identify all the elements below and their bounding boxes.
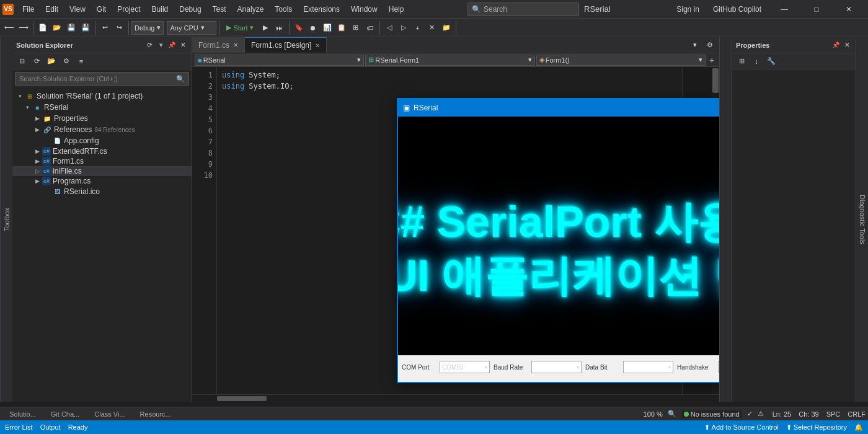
tree-item-extendedrtf[interactable]: ▶ c# ExtendedRTF.cs bbox=[12, 146, 192, 156]
menu-edit[interactable]: Edit bbox=[40, 2, 63, 16]
toolbar-btn5[interactable]: ⊞ bbox=[349, 21, 363, 35]
tree-item-appconfig[interactable]: 📄 App.config bbox=[12, 135, 192, 146]
github-copilot-button[interactable]: GitHub Copilot bbox=[708, 2, 766, 16]
tab-settings-button[interactable]: ⚙ bbox=[703, 38, 717, 52]
tree-item-program[interactable]: ▶ c# Program.cs bbox=[12, 176, 192, 186]
tree-project[interactable]: ▾ ■ RSerial bbox=[12, 102, 192, 113]
properties-header: Properties 📌 ✕ bbox=[732, 37, 856, 53]
nav-plus-button[interactable]: + bbox=[707, 55, 717, 65]
forward-button[interactable]: ⟶ bbox=[17, 21, 30, 35]
tab-close-icon[interactable]: ✕ bbox=[315, 42, 320, 49]
expand-icon: ▶ bbox=[32, 178, 42, 184]
notification-icon[interactable]: 🔔 bbox=[854, 423, 863, 432]
nav-dropdown-namespace[interactable]: ■ RSerial ▾ bbox=[195, 55, 364, 66]
nav-label: RSerial bbox=[203, 56, 226, 64]
horizontal-scrollbar[interactable] bbox=[192, 394, 719, 402]
prop-sort-btn[interactable]: ↕ bbox=[750, 55, 763, 68]
solution-icon: ⊞ bbox=[25, 91, 35, 101]
menu-view[interactable]: View bbox=[64, 2, 91, 16]
global-search-box[interactable]: 🔍 Search bbox=[467, 2, 579, 16]
tree-item-references[interactable]: ▶ 🔗 References 84 References bbox=[12, 124, 192, 135]
redo-button[interactable]: ↪ bbox=[112, 21, 126, 35]
se-search-box[interactable]: Search Solution Explorer (Ctrl+;) 🔍 bbox=[15, 72, 189, 86]
open-file-button[interactable]: 📂 bbox=[50, 21, 64, 35]
undo-button[interactable]: ↩ bbox=[98, 21, 112, 35]
menu-git[interactable]: Git bbox=[92, 2, 111, 16]
se-toolbar: ⊟ ⟳ 📂 ⚙ ≡ bbox=[12, 53, 192, 69]
save-all-button[interactable]: 💾 bbox=[79, 21, 92, 35]
tree-item-properties[interactable]: ▶ 📁 Properties bbox=[12, 113, 192, 124]
toolbar-btn2[interactable]: ⏺ bbox=[306, 21, 320, 35]
tab-close-icon[interactable]: ✕ bbox=[233, 42, 238, 48]
save-button[interactable]: 💾 bbox=[64, 21, 78, 35]
tree-solution[interactable]: ▾ ⊞ Solution 'RSerial' (1 of 1 project) bbox=[12, 91, 192, 102]
tree-item-inifile[interactable]: ▷ c# iniFile.cs bbox=[12, 166, 192, 176]
tree-item-form1[interactable]: ▶ c# Form1.cs bbox=[12, 156, 192, 166]
prop-search-btn[interactable]: 🔧 bbox=[764, 55, 778, 68]
se-refresh-btn[interactable]: ⟳ bbox=[30, 55, 43, 68]
start-button[interactable]: ▶ Start ▾ bbox=[222, 21, 257, 35]
tab-right-controls: ▾ ⚙ bbox=[686, 37, 719, 53]
menu-debug[interactable]: Debug bbox=[174, 2, 206, 16]
sign-in-button[interactable]: Sign in bbox=[671, 2, 704, 16]
bottom-tab-classview[interactable]: Class Vi... bbox=[87, 409, 131, 420]
bm-clear[interactable]: ✕ bbox=[425, 21, 439, 35]
menu-build[interactable]: Build bbox=[147, 2, 174, 16]
se-props-btn[interactable]: ⚙ bbox=[60, 55, 73, 68]
toolbar-start-group: ▶ Start ▾ ▶ ⏭ bbox=[222, 21, 289, 35]
se-filter-btn[interactable]: ▾ bbox=[156, 40, 166, 50]
bm-next[interactable]: ▷ bbox=[397, 21, 410, 35]
new-file-button[interactable]: 📄 bbox=[36, 21, 50, 35]
bm-folder[interactable]: 📁 bbox=[440, 21, 453, 35]
status-error-list[interactable]: Error List bbox=[5, 423, 33, 431]
se-sync-btn[interactable]: ⟳ bbox=[144, 40, 154, 50]
menu-window[interactable]: Window bbox=[346, 2, 383, 16]
select-repository[interactable]: ⬆ Select Repository bbox=[786, 423, 847, 432]
tree-item-rserial-ico[interactable]: 🖼 RSerial.ico bbox=[12, 186, 192, 197]
toolbar-btn4[interactable]: 📋 bbox=[335, 21, 348, 35]
menu-project[interactable]: Project bbox=[112, 2, 145, 16]
bm-prev[interactable]: ◁ bbox=[383, 21, 396, 35]
menu-help[interactable]: Help bbox=[384, 2, 409, 16]
se-close-btn[interactable]: ✕ bbox=[178, 40, 188, 50]
nav-dropdown-class[interactable]: ⊞ RSerial.Form1 ▾ bbox=[365, 55, 534, 66]
search-label: Search bbox=[484, 5, 507, 14]
se-showfiles-btn[interactable]: 📂 bbox=[45, 55, 58, 68]
back-button[interactable]: ⟵ bbox=[2, 21, 16, 35]
bottom-tab-solution[interactable]: Solutio... bbox=[2, 409, 43, 420]
nav-dropdown-method[interactable]: ◈ Form1() ▾ bbox=[536, 55, 706, 66]
bookmark-button[interactable]: 🔖 bbox=[292, 21, 306, 35]
references-icon: 🔗 bbox=[42, 125, 52, 135]
tab-form1cs[interactable]: Form1.cs ✕ bbox=[192, 37, 245, 53]
se-collapse-btn[interactable]: ⊟ bbox=[15, 55, 29, 68]
close-button[interactable]: ✕ bbox=[835, 0, 863, 19]
menu-extensions[interactable]: Extensions bbox=[298, 2, 345, 16]
status-output[interactable]: Output bbox=[40, 423, 61, 431]
step-button[interactable]: ⏭ bbox=[273, 21, 286, 35]
prop-close-btn[interactable]: ✕ bbox=[842, 40, 852, 50]
se-viewopts-btn[interactable]: ≡ bbox=[74, 55, 88, 68]
minimize-button[interactable]: — bbox=[770, 0, 799, 19]
menu-test[interactable]: Test bbox=[208, 2, 231, 16]
menu-tools[interactable]: Tools bbox=[270, 2, 297, 16]
add-source-control[interactable]: ⬆ Add to Source Control bbox=[704, 423, 779, 432]
menu-analyze[interactable]: Analyze bbox=[232, 2, 269, 16]
se-tree: ▾ ⊞ Solution 'RSerial' (1 of 1 project) … bbox=[12, 88, 192, 402]
continue-button[interactable]: ▶ bbox=[259, 21, 272, 35]
toolbar-btn6[interactable]: 🏷 bbox=[363, 21, 377, 35]
tab-list-button[interactable]: ▾ bbox=[688, 38, 702, 52]
bottom-tab-resources[interactable]: Resourc... bbox=[133, 409, 178, 420]
diagnostic-tools-sidebar[interactable]: Diagnostic Tools bbox=[856, 37, 868, 402]
prop-pin-btn[interactable]: 📌 bbox=[831, 40, 841, 50]
toolbox-sidebar[interactable]: Toolbox bbox=[0, 37, 12, 402]
maximize-button[interactable]: □ bbox=[802, 0, 831, 19]
tab-form1design[interactable]: Form1.cs [Design] ✕ bbox=[245, 37, 327, 53]
platform-dropdown[interactable]: Any CPU ▾ bbox=[167, 21, 216, 35]
menu-file[interactable]: File bbox=[17, 2, 39, 16]
debug-config-dropdown[interactable]: Debug ▾ bbox=[131, 21, 164, 35]
toolbar-btn3[interactable]: 📊 bbox=[321, 21, 334, 35]
bm-add[interactable]: + bbox=[411, 21, 425, 35]
se-pin-btn[interactable]: 📌 bbox=[167, 40, 177, 50]
prop-categories-btn[interactable]: ⊞ bbox=[735, 55, 748, 68]
bottom-tab-git[interactable]: Git Cha... bbox=[44, 409, 86, 420]
